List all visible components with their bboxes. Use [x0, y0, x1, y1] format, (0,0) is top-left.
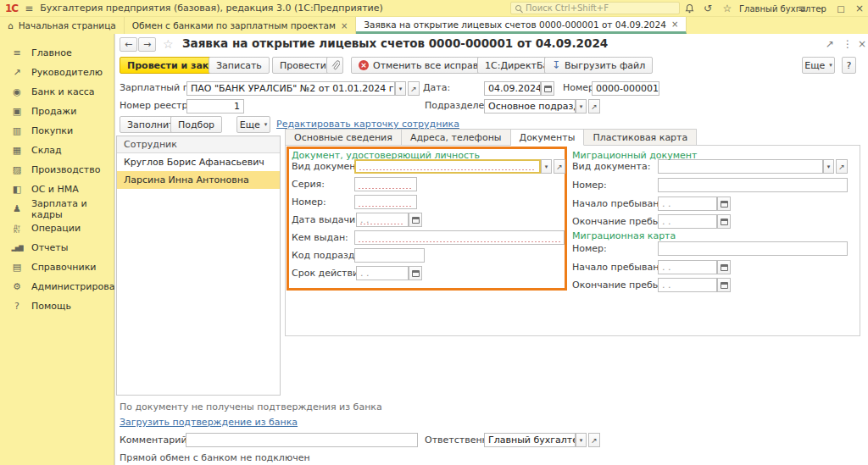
- more-button-header[interactable]: Еще ▾: [802, 57, 835, 74]
- department-input[interactable]: Основное подразделение: [484, 99, 576, 113]
- sidebar-label: Справочники: [31, 262, 96, 273]
- mig-doc-kind-open-icon[interactable]: ↗: [836, 159, 848, 174]
- help-button[interactable]: ?: [842, 57, 856, 74]
- responsible-input[interactable]: Главный бухгалтер: [484, 433, 576, 447]
- department-open-icon[interactable]: ↗: [588, 99, 600, 113]
- more-button-list[interactable]: Еще ▾: [236, 116, 270, 133]
- sidebar-item-main[interactable]: ≡Главное: [0, 43, 114, 63]
- document-title: Заявка на открытие лицевых счетов 0000-0…: [182, 36, 608, 50]
- sidebar-item-fixed-assets[interactable]: ◧ОС и НМА: [0, 180, 114, 199]
- mig-card-stay-begin-calendar-button[interactable]: [717, 260, 731, 274]
- close-window-icon[interactable]: ×: [853, 0, 866, 17]
- sidebar-item-sales[interactable]: ▣Продажи: [0, 102, 114, 121]
- mig-doc-kind-dropdown[interactable]: ▾: [823, 159, 834, 174]
- favorite-star-icon[interactable]: ☆: [163, 37, 174, 51]
- tab-documents[interactable]: Документы: [511, 129, 585, 146]
- mig-card-stay-end-calendar-button[interactable]: [717, 278, 731, 292]
- registry-number-input[interactable]: 1: [186, 99, 244, 113]
- doc-kind-input[interactable]: [354, 159, 541, 174]
- comment-input[interactable]: [186, 433, 418, 447]
- mig-doc-kind-input[interactable]: [658, 159, 823, 174]
- sidebar-item-operations[interactable]: Дт КтОперации: [0, 219, 114, 238]
- mig-doc-number-input[interactable]: [658, 178, 848, 192]
- get-link-icon[interactable]: ↗: [826, 38, 834, 50]
- pick-button[interactable]: Подбор: [170, 116, 222, 133]
- tab-addresses-phones[interactable]: Адреса, телефоны: [402, 129, 511, 146]
- history-icon[interactable]: ↺: [700, 0, 715, 17]
- mig-doc-stay-begin-calendar-button[interactable]: [717, 197, 731, 211]
- responsible-open-icon[interactable]: ↗: [588, 433, 600, 447]
- tab-plastic-card[interactable]: Пластиковая карта: [584, 129, 697, 146]
- tab-label: Заявка на открытие лицевых счетов 0000-0…: [364, 19, 666, 30]
- chevron-down-icon: ▾: [580, 103, 583, 110]
- salary-project-dropdown[interactable]: ▾: [395, 81, 406, 96]
- mig-doc-stay-end-calendar-button[interactable]: [717, 214, 731, 229]
- mig-card-stay-end-input[interactable]: . .: [658, 278, 717, 292]
- load-confirmation-link[interactable]: Загрузить подтверждение из банка: [120, 417, 298, 428]
- debit-credit-icon: Дт Кт: [10, 224, 24, 233]
- tab-general-info[interactable]: Основные сведения: [285, 129, 402, 146]
- sidebar-item-purchases[interactable]: ▥Покупки: [0, 121, 114, 141]
- salary-project-input[interactable]: ПАО "БАНК УРАЛСИБ" №2 от 01.01.2024 г.: [186, 81, 395, 96]
- global-search-input[interactable]: Поиск Ctrl+Shift+F: [510, 2, 680, 14]
- favorites-star-icon[interactable]: ☆: [720, 0, 735, 17]
- user-settings-icon[interactable]: ≡: [795, 0, 809, 17]
- mig-doc-stay-end-input[interactable]: . .: [658, 214, 717, 229]
- sidebar-item-manager[interactable]: ↗Руководителю: [0, 63, 114, 82]
- save-button[interactable]: Записать: [209, 57, 270, 74]
- issued-by-input[interactable]: [354, 230, 565, 245]
- sidebar-label: Помощь: [31, 301, 71, 312]
- doc-number-input[interactable]: [354, 195, 417, 209]
- series-input[interactable]: [354, 177, 417, 191]
- mig-card-number-input[interactable]: [658, 241, 848, 256]
- forward-button[interactable]: →: [138, 37, 156, 52]
- tab-close-icon[interactable]: ×: [341, 21, 348, 30]
- dept-code-input[interactable]: [354, 248, 425, 263]
- notifications-bell-icon[interactable]: [682, 0, 697, 17]
- minimize-window-icon[interactable]: –: [814, 0, 827, 17]
- tab-close-icon[interactable]: ×: [671, 19, 678, 29]
- doc-kind-dropdown[interactable]: ▾: [541, 159, 552, 174]
- sidebar-item-bank-cash[interactable]: ◉Банк и касса: [0, 82, 114, 102]
- date-calendar-button[interactable]: [541, 81, 554, 96]
- sidebar-item-production[interactable]: ▨Производство: [0, 160, 114, 180]
- tab-home[interactable]: ⌂ Начальная страница: [0, 17, 125, 34]
- export-file-button[interactable]: ↧ Выгрузить файл: [544, 57, 653, 74]
- detail-tabs: Основные сведения Адреса, телефоны Докум…: [285, 129, 697, 146]
- salary-project-open-icon[interactable]: ↗: [408, 81, 420, 96]
- mig-card-stay-begin-input[interactable]: . .: [658, 260, 717, 274]
- sidebar-label: Покупки: [31, 125, 73, 136]
- post-button[interactable]: Провести: [272, 57, 334, 74]
- employee-row-selected[interactable]: Ларсина Инна Антоновна: [117, 171, 280, 189]
- more-dots-icon[interactable]: ⋮: [843, 38, 853, 50]
- tab-bank-exchange[interactable]: Обмен с банками по зарплатным проектам ×: [125, 17, 357, 34]
- button-label: Выгрузить файл: [565, 60, 645, 71]
- sidebar-item-directories[interactable]: ▤Справочники: [0, 257, 114, 277]
- maximize-window-icon[interactable]: □: [834, 0, 848, 17]
- sidebar-item-administration[interactable]: ⚙Администрирование: [0, 277, 114, 296]
- mig-doc-stay-begin-input[interactable]: . .: [658, 197, 717, 211]
- responsible-dropdown[interactable]: ▾: [576, 433, 587, 447]
- issue-date-calendar-button[interactable]: [409, 213, 422, 227]
- attach-button[interactable]: [326, 57, 343, 74]
- close-form-icon[interactable]: ×: [858, 38, 866, 50]
- sidebar-item-salary-hr[interactable]: ♟Зарплата и кадры: [0, 199, 114, 219]
- date-input[interactable]: 04.09.2024: [484, 81, 541, 96]
- search-icon: [515, 5, 521, 11]
- department-dropdown[interactable]: ▾: [576, 99, 587, 113]
- comment-label: Комментарий:: [120, 434, 190, 447]
- tab-account-application[interactable]: Заявка на открытие лицевых счетов 0000-0…: [356, 17, 687, 34]
- number-input[interactable]: 0000-000001: [592, 81, 659, 96]
- sidebar-item-help[interactable]: ?Помощь: [0, 296, 114, 316]
- employee-row[interactable]: Круглов Борис Афанасьевич: [117, 153, 280, 171]
- main-menu-icon[interactable]: ≡: [25, 3, 33, 14]
- issue-date-input[interactable]: . .: [356, 213, 409, 227]
- doc-kind-open-icon[interactable]: ↗: [554, 159, 565, 174]
- valid-until-calendar-button[interactable]: [409, 266, 422, 280]
- sidebar-item-warehouse[interactable]: ▦Склад: [0, 141, 114, 160]
- sidebar-item-reports[interactable]: ▂▅▇Отчеты: [0, 238, 114, 257]
- valid-until-input[interactable]: . .: [356, 266, 409, 280]
- back-button[interactable]: ←: [120, 37, 137, 52]
- section-sidebar: ≡Главное ↗Руководителю ◉Банк и касса ▣Пр…: [0, 34, 114, 465]
- 1c-logo: 1С: [5, 3, 18, 14]
